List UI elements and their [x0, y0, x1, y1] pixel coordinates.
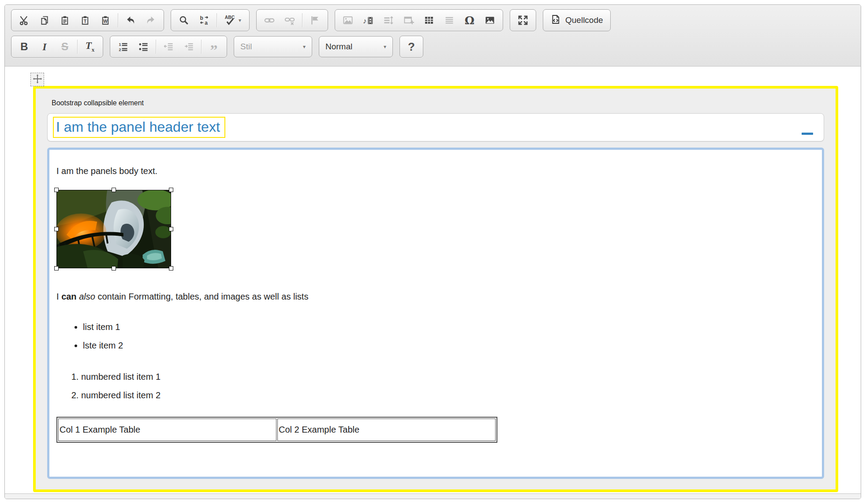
- copy-button[interactable]: [34, 11, 55, 30]
- help-group: ?: [399, 36, 423, 58]
- link-button[interactable]: [259, 11, 280, 30]
- body-paragraph[interactable]: I am the panels body text.: [56, 166, 815, 177]
- numbered-list: numbered list item 1 numbered list item …: [56, 371, 815, 401]
- chevron-down-icon: ▾: [239, 17, 241, 23]
- toolbar-row-2: B I S Tx 12: [11, 36, 855, 58]
- help-icon: ?: [408, 40, 415, 54]
- special-char-icon: Ω: [465, 14, 474, 27]
- format-combo-value: Normal: [325, 42, 352, 52]
- anchor-button[interactable]: [305, 11, 325, 30]
- editing-area[interactable]: Bootstrap collapsible element I am the p…: [5, 67, 861, 493]
- iframe-icon: [403, 15, 414, 26]
- paste-word-button[interactable]: W: [95, 11, 116, 30]
- indent-button[interactable]: [179, 37, 199, 56]
- svg-text:♪: ♪: [363, 17, 366, 25]
- iframe-button[interactable]: [399, 11, 419, 30]
- bold-text: can: [61, 292, 76, 301]
- resize-handle-middle-right[interactable]: [169, 227, 173, 231]
- bold-icon: B: [20, 41, 28, 53]
- resize-handle-top-center[interactable]: [112, 188, 116, 192]
- list-item[interactable]: numbered list item 2: [81, 390, 815, 401]
- redo-button[interactable]: [141, 11, 161, 30]
- horizontal-rule-button[interactable]: [439, 11, 459, 30]
- bootstrap-collapsible-widget[interactable]: Bootstrap collapsible element I am the p…: [33, 86, 838, 492]
- find-button[interactable]: [174, 11, 194, 30]
- help-button[interactable]: ?: [403, 37, 420, 56]
- collapse-icon[interactable]: [802, 133, 813, 135]
- list-item[interactable]: numbered list item 1: [81, 371, 815, 382]
- bulleted-list-button[interactable]: [133, 37, 153, 56]
- panel-header-editable[interactable]: I am the panel header text: [53, 117, 225, 138]
- blockquote-button[interactable]: ”: [204, 37, 224, 56]
- search-icon: [179, 15, 189, 26]
- enhanced-image-button[interactable]: [480, 11, 500, 30]
- svg-text:W: W: [103, 19, 108, 24]
- svg-text:b: b: [200, 15, 203, 21]
- clipboard-group: T W: [11, 9, 164, 31]
- spellcheck-button[interactable]: ABC ▾: [219, 11, 246, 30]
- text-segment: contain Formatting, tables, and images a…: [95, 292, 309, 301]
- replace-button[interactable]: ba: [194, 11, 214, 30]
- numbered-list-button[interactable]: 12: [113, 37, 133, 56]
- separator: [216, 13, 217, 27]
- paste-text-button[interactable]: T: [75, 11, 95, 30]
- italic-button[interactable]: I: [34, 37, 55, 56]
- spellcheck-icon: ABC: [224, 15, 236, 26]
- source-icon: [550, 14, 561, 27]
- panel-body-editable[interactable]: I am the panels body text.: [47, 148, 824, 479]
- strike-button[interactable]: S: [55, 37, 75, 56]
- horizontal-rule-icon: [444, 15, 455, 26]
- chevron-down-icon: ▾: [384, 44, 386, 50]
- replace-icon: ba: [198, 15, 210, 26]
- remove-format-button[interactable]: Tx: [80, 37, 100, 56]
- format-combo[interactable]: Normal ▾: [319, 36, 393, 57]
- outdent-button[interactable]: [158, 37, 179, 56]
- widget-inner: Bootstrap collapsible element I am the p…: [36, 89, 836, 489]
- formatted-paragraph[interactable]: I can also contain Formatting, tables, a…: [56, 291, 815, 302]
- image-button[interactable]: [338, 11, 358, 30]
- styles-combo[interactable]: Stil ▾: [234, 36, 312, 57]
- cut-button[interactable]: [14, 11, 34, 30]
- gorge-photo: [57, 190, 171, 268]
- undo-button[interactable]: [120, 11, 141, 30]
- italic-icon: I: [42, 41, 46, 53]
- italic-text: also: [79, 292, 95, 301]
- copy-icon: [39, 15, 50, 26]
- editor-frame: T W ba: [4, 4, 861, 499]
- list-item[interactable]: lste item 2: [83, 340, 815, 351]
- line-spacing-button[interactable]: [378, 11, 399, 30]
- resize-handle-bottom-left[interactable]: [54, 266, 59, 271]
- media-button[interactable]: ♪: [358, 11, 378, 30]
- resize-handle-bottom-right[interactable]: [169, 266, 173, 271]
- source-button[interactable]: Quellcode: [543, 9, 611, 31]
- special-char-button[interactable]: Ω: [459, 11, 480, 30]
- separator: [118, 13, 118, 27]
- bulleted-list: list item 1 lste item 2: [56, 322, 815, 351]
- resize-handle-top-left[interactable]: [54, 188, 59, 192]
- resize-handle-top-right[interactable]: [169, 188, 173, 192]
- svg-text:a: a: [205, 20, 208, 26]
- bold-button[interactable]: B: [14, 37, 34, 56]
- table-button[interactable]: [419, 11, 439, 30]
- maximize-button[interactable]: [513, 11, 533, 30]
- move-handle-icon: [33, 74, 42, 85]
- table-cell[interactable]: Col 1 Example Table: [58, 419, 276, 441]
- selected-image[interactable]: [56, 190, 171, 268]
- table-row: Col 1 Example Table Col 2 Example Table: [58, 419, 496, 441]
- undo-icon: [125, 15, 136, 26]
- unlink-button[interactable]: [280, 11, 300, 30]
- widget-drag-handle[interactable]: [30, 73, 44, 86]
- find-group: ba ABC ▾: [171, 9, 250, 31]
- indent-icon: [183, 41, 194, 52]
- toolbar: T W ba: [5, 5, 861, 67]
- resize-handle-middle-left[interactable]: [54, 227, 59, 231]
- paste-button[interactable]: [55, 11, 75, 30]
- strike-icon: S: [61, 41, 68, 53]
- resize-handle-bottom-center[interactable]: [112, 266, 116, 271]
- line-spacing-icon: [383, 15, 394, 26]
- table-cell[interactable]: Col 2 Example Table: [277, 419, 496, 441]
- list-item[interactable]: list item 1: [83, 322, 815, 333]
- panel-header[interactable]: I am the panel header text: [47, 113, 824, 141]
- anchor-flag-icon: [310, 15, 320, 26]
- table-icon: [423, 15, 435, 26]
